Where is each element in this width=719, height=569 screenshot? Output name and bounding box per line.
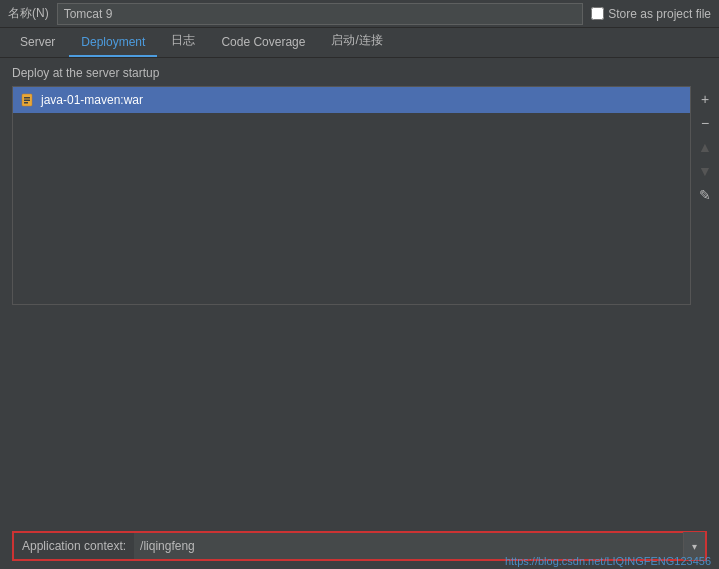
app-context-label: Application context:	[14, 539, 134, 553]
list-item[interactable]: java-01-maven:war	[13, 87, 690, 113]
deployment-list-area: java-01-maven:war + − ▲ ▼ ✎	[0, 86, 719, 305]
tab-code-coverage[interactable]: Code Coverage	[209, 29, 317, 57]
war-icon	[21, 93, 35, 107]
tabs-bar: Server Deployment 日志 Code Coverage 启动/连接	[0, 28, 719, 58]
store-checkbox[interactable]	[591, 7, 604, 20]
svg-rect-2	[24, 100, 30, 102]
remove-button[interactable]: −	[694, 112, 716, 134]
edit-button[interactable]: ✎	[694, 184, 716, 206]
tab-startup[interactable]: 启动/连接	[319, 26, 394, 57]
store-checkbox-area: Store as project file	[591, 7, 711, 21]
section-label: Deploy at the server startup	[0, 58, 719, 86]
svg-rect-3	[24, 102, 28, 104]
svg-rect-1	[24, 97, 30, 99]
watermark: https://blog.csdn.net/LIQINGFENG123456	[505, 555, 711, 567]
main-content: Deploy at the server startup java-01-mav…	[0, 58, 719, 569]
move-down-button[interactable]: ▼	[694, 160, 716, 182]
title-input[interactable]	[57, 3, 584, 25]
deployment-item-name: java-01-maven:war	[41, 93, 143, 107]
tab-log[interactable]: 日志	[159, 26, 207, 57]
title-bar: 名称(N) Store as project file	[0, 0, 719, 28]
tab-server[interactable]: Server	[8, 29, 67, 57]
deployment-list: java-01-maven:war	[12, 86, 691, 305]
move-up-button[interactable]: ▲	[694, 136, 716, 158]
tab-deployment[interactable]: Deployment	[69, 29, 157, 57]
name-label: 名称(N)	[8, 5, 49, 22]
store-label: Store as project file	[608, 7, 711, 21]
toolbar-right: + − ▲ ▼ ✎	[691, 86, 719, 305]
add-button[interactable]: +	[694, 88, 716, 110]
